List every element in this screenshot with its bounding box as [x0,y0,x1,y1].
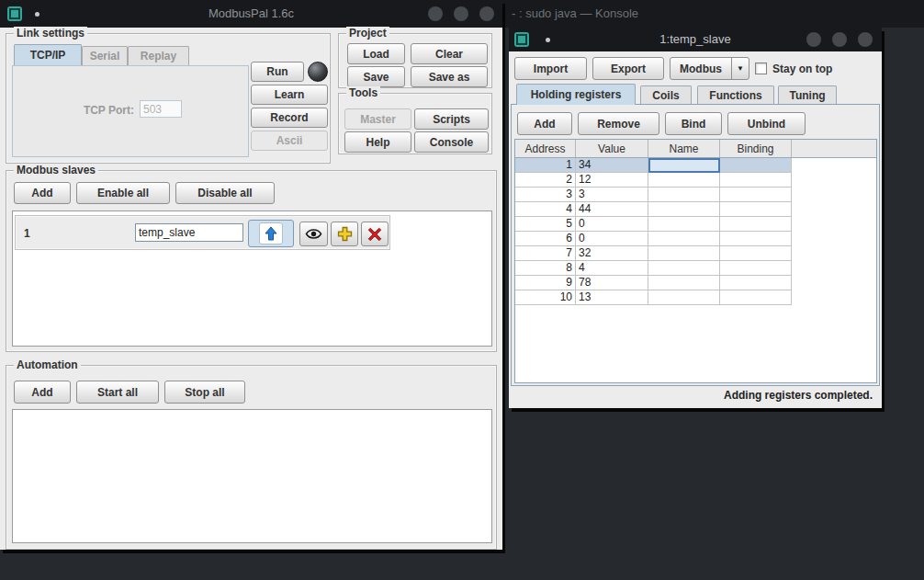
table-cell-address[interactable]: 3 [515,188,576,202]
table-cell-name[interactable] [648,188,720,202]
table-cell-name[interactable] [648,232,720,246]
modbus-dropdown[interactable]: Modbus ▼ [670,57,749,80]
slave-titlebar[interactable]: 1:temp_slave [509,28,882,51]
slave-maximize-button[interactable] [832,32,847,47]
tab-tcpip[interactable]: TCP/IP [14,44,82,65]
table-cell-value[interactable]: 44 [576,202,648,217]
console-button[interactable]: Console [414,131,489,153]
table-cell-address[interactable]: 5 [515,217,576,232]
table-row[interactable]: 84 [515,261,876,276]
table-cell-binding[interactable] [720,202,792,217]
tab-tuning[interactable]: Tuning [778,85,837,105]
table-cell-address[interactable]: 8 [515,261,576,276]
table-cell-value[interactable]: 12 [576,173,648,188]
tab-holding-registers[interactable]: Holding registers [516,84,636,105]
table-cell-name[interactable] [648,261,720,276]
clear-button[interactable]: Clear [411,43,488,64]
stay-on-top-checkbox[interactable] [755,63,767,74]
tab-serial[interactable]: Serial [82,46,128,65]
remove-register-button[interactable]: Remove [578,112,659,135]
column-header-name[interactable]: Name [648,140,720,157]
start-all-button[interactable]: Start all [76,381,159,404]
table-cell-name[interactable] [648,217,720,232]
slave-minimize-button[interactable] [806,32,821,47]
table-cell-name[interactable] [648,290,720,305]
table-row[interactable]: 134 [515,158,876,173]
save-button[interactable]: Save [347,66,405,87]
column-header-value[interactable]: Value [576,140,648,157]
load-button[interactable]: Load [347,43,405,64]
table-cell-address[interactable]: 9 [515,276,576,290]
table-cell-value[interactable]: 32 [576,246,648,261]
disable-all-button[interactable]: Disable all [175,182,275,204]
table-row[interactable]: 50 [515,217,876,232]
tab-replay[interactable]: Replay [128,46,189,65]
maximize-button[interactable] [454,6,468,21]
add-register-button[interactable]: Add [517,112,572,135]
table-cell-binding[interactable] [720,246,792,261]
table-cell-binding[interactable] [720,217,792,232]
table-row[interactable]: 1013 [515,290,876,305]
table-cell-address[interactable]: 2 [515,173,576,188]
table-row[interactable]: 60 [515,232,876,246]
table-cell-value[interactable]: 13 [576,290,648,305]
table-cell-address[interactable]: 4 [515,202,576,217]
close-button[interactable] [479,6,494,21]
table-cell-binding[interactable] [720,232,792,246]
table-cell-value[interactable]: 78 [576,276,648,290]
delete-slave-button[interactable] [361,222,389,246]
table-cell-name[interactable] [648,202,720,217]
duplicate-slave-button[interactable] [331,222,358,246]
column-header-binding[interactable]: Binding [720,140,792,157]
table-cell-binding[interactable] [720,261,792,276]
stop-all-button[interactable]: Stop all [164,381,245,404]
table-cell-name[interactable] [648,158,720,173]
table-cell-binding[interactable] [720,188,792,202]
enable-slave-button[interactable] [248,220,294,247]
master-button[interactable]: Master [344,108,411,130]
table-cell-binding[interactable] [720,158,792,173]
column-header-address[interactable]: Address [515,140,576,157]
scripts-button[interactable]: Scripts [414,108,489,130]
slave-name-input[interactable] [135,223,243,242]
add-automation-button[interactable]: Add [14,381,71,404]
table-cell-value[interactable]: 34 [576,158,648,173]
tcp-port-input[interactable] [140,100,182,118]
run-button[interactable]: Run [251,62,304,82]
learn-button[interactable]: Learn [251,85,328,105]
table-cell-binding[interactable] [720,290,792,305]
tab-coils[interactable]: Coils [640,85,692,105]
table-cell-name[interactable] [648,276,720,290]
table-cell-name[interactable] [648,246,720,261]
table-cell-value[interactable]: 0 [576,232,648,246]
table-cell-value[interactable]: 3 [576,188,648,202]
unbind-button[interactable]: Unbind [727,112,806,135]
table-cell-value[interactable]: 4 [576,261,648,276]
add-slave-button[interactable]: Add [14,182,71,204]
table-row[interactable]: 732 [515,246,876,261]
table-cell-address[interactable]: 6 [515,232,576,246]
view-slave-button[interactable] [299,222,328,246]
table-cell-address[interactable]: 10 [515,290,576,305]
table-row[interactable]: 444 [515,202,876,217]
table-cell-address[interactable]: 1 [515,158,576,173]
table-cell-name[interactable] [648,173,720,188]
enable-all-button[interactable]: Enable all [76,182,170,204]
table-cell-binding[interactable] [720,276,792,290]
table-row[interactable]: 33 [515,188,876,202]
save-as-button[interactable]: Save as [411,66,488,87]
export-button[interactable]: Export [592,57,664,80]
bind-button[interactable]: Bind [665,112,722,135]
import-button[interactable]: Import [514,57,587,80]
tab-functions[interactable]: Functions [697,85,774,105]
minimize-button[interactable] [428,6,443,21]
table-row[interactable]: 978 [515,276,876,290]
table-cell-binding[interactable] [720,173,792,188]
slave-close-button[interactable] [858,32,873,47]
help-button[interactable]: Help [344,131,411,153]
table-row[interactable]: 212 [515,173,876,188]
ascii-button[interactable]: Ascii [251,131,328,151]
table-cell-address[interactable]: 7 [515,246,576,261]
record-button[interactable]: Record [251,108,328,128]
table-cell-value[interactable]: 0 [576,217,648,232]
